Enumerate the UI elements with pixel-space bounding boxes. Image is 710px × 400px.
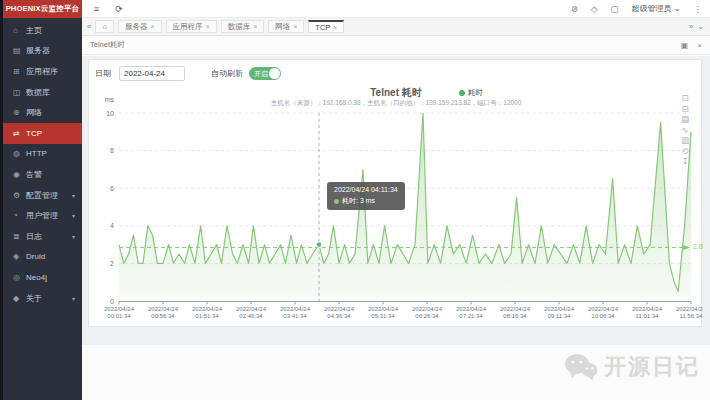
series-haoshi[interactable] [119, 113, 691, 301]
sidebar-item-icon: ▤ [13, 46, 26, 55]
sidebar-item-icon: ⚙ [13, 191, 26, 200]
telnet-panel: 日期 自动刷新 开启 Telnet 耗时 主机名（来源）：192.168.0.3… [88, 59, 702, 327]
svg-text:2022/04/24: 2022/04/24 [544, 306, 575, 312]
tabbar: « ⌂ 服务器 × 应用程序 × 数据库 × 网络 × TCP × » ⌄ [82, 18, 710, 36]
user-menu[interactable]: 超级管理员 ⌄ [632, 3, 681, 14]
tab-tcp[interactable]: TCP × [308, 20, 344, 33]
auto-refresh-label: 自动刷新 [211, 68, 243, 79]
sidebar-item-日志[interactable]: ≣日志▾ [3, 226, 82, 247]
sidebar-item-主页[interactable]: ⌂主页 [3, 20, 82, 41]
chevron-down-icon: ▾ [72, 233, 75, 240]
tabs-scroll-right-icon[interactable]: » [689, 22, 693, 31]
sidebar-item-应用程序[interactable]: ⊞应用程序 [3, 61, 82, 82]
breadcrumb: Telnet耗时 ▣ × [82, 36, 710, 55]
wechat-icon [564, 353, 598, 381]
svg-text:10: 10 [106, 110, 114, 117]
tab-network[interactable]: 网络 × [268, 20, 304, 33]
svg-text:2022/04/24: 2022/04/24 [148, 306, 179, 312]
pin-panel-icon[interactable]: ▣ [681, 41, 689, 50]
close-icon[interactable]: × [150, 23, 154, 30]
sidebar-item-TCP[interactable]: ⇌TCP [3, 123, 82, 144]
svg-text:2022/04/24: 2022/04/24 [588, 306, 619, 312]
tab-home[interactable]: ⌂ [95, 20, 114, 33]
sidebar-item-网络[interactable]: ⊕网络 [3, 102, 82, 123]
chevron-down-icon: ⌄ [674, 4, 681, 13]
svg-text:07:21:34: 07:21:34 [459, 313, 483, 319]
svg-text:2.85: 2.85 [693, 243, 703, 250]
svg-text:2022/04/24: 2022/04/24 [632, 306, 663, 312]
sidebar-item-label: Neo4j [26, 273, 47, 282]
close-icon[interactable]: × [206, 23, 210, 30]
clear-cache-icon[interactable]: ⊘ [571, 4, 578, 14]
svg-text:10:06:34: 10:06:34 [591, 313, 615, 319]
svg-text:2022/04/24: 2022/04/24 [456, 306, 487, 312]
page-title: Telnet耗时 [90, 40, 125, 50]
sidebar-item-icon: ◍ [13, 149, 26, 158]
close-icon[interactable]: × [333, 24, 337, 31]
tabs-scroll-left-icon[interactable]: « [87, 22, 91, 31]
sidebar-item-label: 配置管理 [26, 190, 58, 201]
tab-database[interactable]: 数据库 × [221, 20, 265, 33]
tab-server[interactable]: 服务器 × [118, 20, 162, 33]
tab-label: 应用程序 [173, 22, 203, 32]
close-panel-icon[interactable]: × [697, 41, 702, 50]
svg-text:8: 8 [110, 147, 114, 154]
svg-text:2022/04/24: 2022/04/24 [368, 306, 399, 312]
sidebar-item-icon: ◎ [13, 273, 26, 282]
close-icon[interactable]: × [253, 23, 257, 30]
sidebar-item-HTTP[interactable]: ◍HTTP [3, 144, 82, 165]
svg-text:00:01:34: 00:01:34 [107, 313, 131, 319]
sidebar-item-数据库[interactable]: ◫数据库 [3, 82, 82, 103]
svg-text:2022/04/24: 2022/04/24 [236, 306, 267, 312]
controls-row: 日期 自动刷新 开启 [89, 60, 701, 86]
sidebar-item-用户管理[interactable]: ◔用户管理▾ [3, 205, 82, 226]
svg-text:02:46:34: 02:46:34 [239, 313, 263, 319]
sidebar-item-label: 网络 [26, 107, 42, 118]
sidebar-item-label: 关于 [26, 293, 42, 304]
chevron-down-icon: ▾ [72, 212, 75, 219]
date-label: 日期 [95, 68, 111, 79]
sidebar-item-label: Druid [26, 252, 45, 261]
svg-text:4: 4 [110, 222, 114, 229]
home-icon: ⌂ [102, 22, 107, 31]
sidebar-item-label: 告警 [26, 169, 42, 180]
x-axis: 2022/04/2400:01:342022/04/2400:56:342022… [104, 302, 703, 320]
close-icon[interactable]: × [293, 23, 297, 30]
sidebar-item-label: TCP [26, 129, 42, 138]
fullscreen-icon[interactable]: ▢ [611, 4, 619, 14]
hovered-point [316, 242, 322, 248]
sidebar-nav: ⌂主页▤服务器⊞应用程序◫数据库⊕网络⇌TCP◍HTTP◉告警⚙配置管理▾◔用户… [3, 18, 82, 308]
svg-text:2022/04/24: 2022/04/24 [280, 306, 311, 312]
chevron-down-icon: ▾ [72, 295, 75, 302]
svg-text:00:56:34: 00:56:34 [151, 313, 175, 319]
sidebar-item-icon: ⇌ [13, 129, 26, 138]
chevron-down-icon: ▾ [72, 192, 75, 199]
chart-canvas[interactable]: 0246810ms2022/04/2400:01:342022/04/2400:… [89, 86, 703, 328]
toggle-knob [269, 68, 280, 79]
svg-text:2: 2 [110, 260, 114, 267]
svg-text:09:11:34: 09:11:34 [548, 313, 572, 319]
menu-toggle-icon[interactable]: ≡ [94, 4, 99, 14]
sidebar-item-服务器[interactable]: ▤服务器 [3, 41, 82, 62]
svg-text:2022/04/24: 2022/04/24 [676, 306, 703, 312]
main-area: ≡ ⟳ ⊘ ◇ ▢ 超级管理员 ⌄ ⋮ « ⌂ 服务器 × 应用程序 × 数据库… [82, 0, 710, 400]
auto-refresh-toggle[interactable]: 开启 [249, 67, 281, 80]
date-input[interactable] [119, 66, 185, 81]
sidebar-item-Neo4j[interactable]: ◎Neo4j [3, 267, 82, 288]
sidebar-item-icon: ◆ [13, 294, 26, 303]
sidebar-item-告警[interactable]: ◉告警 [3, 164, 82, 185]
refresh-icon[interactable]: ⟳ [115, 4, 123, 14]
tab-applications[interactable]: 应用程序 × [166, 20, 217, 33]
sidebar-item-配置管理[interactable]: ⚙配置管理▾ [3, 185, 82, 206]
sidebar-item-label: 数据库 [26, 87, 50, 98]
more-icon[interactable]: ⋮ [694, 4, 703, 14]
sidebar-item-关于[interactable]: ◆关于▾ [3, 288, 82, 309]
svg-text:04:36:34: 04:36:34 [327, 313, 351, 319]
sidebar-item-Druid[interactable]: ◈Druid [3, 247, 82, 268]
page-content: 日期 自动刷新 开启 Telnet 耗时 主机名（来源）：192.168.0.3… [82, 56, 710, 400]
tabs-dropdown-icon[interactable]: ⌄ [697, 22, 704, 31]
tab-label: 数据库 [228, 22, 251, 32]
sidebar-item-icon: ⊞ [13, 67, 26, 76]
theme-icon[interactable]: ◇ [591, 4, 598, 14]
svg-text:11:01:34: 11:01:34 [636, 313, 660, 319]
